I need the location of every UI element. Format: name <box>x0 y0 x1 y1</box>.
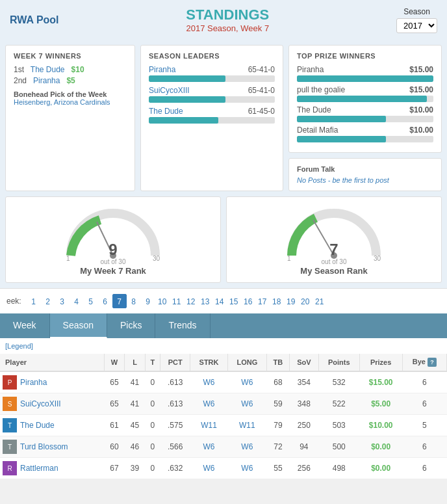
points-cell: 522 <box>318 393 359 415</box>
standings-table: PlayerWLTPCTSTRKLONGTBSoVPointsPrizesBye… <box>0 354 447 479</box>
bonehead-player[interactable]: Heisenberg, Arizona Cardinals <box>14 98 127 106</box>
tb-cell: 68 <box>266 371 289 393</box>
tab-picks[interactable]: Picks <box>107 313 155 338</box>
week-button-17[interactable]: 17 <box>255 294 270 308</box>
week-button-4[interactable]: 4 <box>70 294 84 308</box>
prizes-cell: $0.00 <box>359 436 402 458</box>
season-leaders-title: SEASON LEADERS <box>149 52 275 60</box>
player-avatar: T <box>3 440 17 454</box>
week-button-11[interactable]: 11 <box>170 294 184 308</box>
player-avatar: S <box>3 397 17 411</box>
streak-cell: W6 <box>190 393 227 415</box>
table-row: R Rattlerman 67390.632W6W655256498$0.006 <box>0 458 447 479</box>
week-button-15[interactable]: 15 <box>227 294 241 308</box>
gauges-row: 9 out of 30 1 30 My Week 7 Rank 7 o <box>5 196 442 283</box>
player-name[interactable]: Rattlerman <box>20 464 58 473</box>
week-button-10[interactable]: 10 <box>155 294 170 308</box>
tab-week[interactable]: Week <box>0 313 50 338</box>
player-name[interactable]: SuiCycoXIII <box>20 399 61 408</box>
leader-name[interactable]: Piranha <box>149 65 175 74</box>
ties-cell: 0 <box>145 436 160 458</box>
prize-row: pull the goalie $15.00 <box>297 85 433 102</box>
week-button-7[interactable]: 7 <box>112 294 127 308</box>
losses-cell: 39 <box>125 458 146 479</box>
second-place-name[interactable]: Piranha <box>33 76 60 85</box>
week-button-18[interactable]: 18 <box>270 294 284 308</box>
tb-cell: 55 <box>266 458 289 479</box>
prize-name[interactable]: Piranha <box>297 65 324 74</box>
week-button-21[interactable]: 21 <box>313 294 327 308</box>
ties-cell: 0 <box>145 371 160 393</box>
season-dropdown[interactable]: 2017 2016 2015 <box>396 18 437 33</box>
points-cell: 503 <box>318 415 359 436</box>
week-button-1[interactable]: 1 <box>27 294 41 308</box>
week-button-8[interactable]: 8 <box>127 294 141 308</box>
player-name[interactable]: Piranha <box>20 378 47 387</box>
pct-cell: .632 <box>160 458 190 479</box>
week-button-14[interactable]: 14 <box>212 294 227 308</box>
week-button-20[interactable]: 20 <box>298 294 313 308</box>
player-name[interactable]: Turd Blossom <box>20 442 68 451</box>
forum-content[interactable]: No Posts - be the first to post <box>297 176 433 184</box>
week-button-16[interactable]: 16 <box>241 294 255 308</box>
player-cell: R Rattlerman <box>0 458 104 479</box>
bye-cell: 6 <box>402 393 446 415</box>
svg-text:T: T <box>8 444 12 451</box>
col-header-bye: Bye ? <box>402 354 446 371</box>
week-button-6[interactable]: 6 <box>98 294 112 308</box>
tab-trends[interactable]: Trends <box>155 313 210 338</box>
standings-title: STANDINGS 2017 Season, Week 7 <box>186 7 269 33</box>
player-name[interactable]: The Dude <box>20 421 55 430</box>
prize-name[interactable]: Detail Mafia <box>297 126 338 135</box>
prize-name[interactable]: The Dude <box>297 105 331 114</box>
season-leader-row: The Dude 61-45-0 <box>149 107 275 124</box>
sov-cell: 94 <box>289 436 318 458</box>
first-place-amount: $10 <box>71 65 84 74</box>
week-gauge-out-of: out of 30 <box>101 258 126 265</box>
week-button-5[interactable]: 5 <box>84 294 98 308</box>
tab-season[interactable]: Season <box>50 313 107 338</box>
prize-name[interactable]: pull the goalie <box>297 85 345 94</box>
week-button-12[interactable]: 12 <box>184 294 198 308</box>
leader-name[interactable]: SuiCycoXIII <box>149 86 190 95</box>
tb-cell: 59 <box>266 393 289 415</box>
first-place-row: 1st The Dude $10 <box>14 65 127 74</box>
week-button-13[interactable]: 13 <box>198 294 212 308</box>
week-button-2[interactable]: 2 <box>41 294 55 308</box>
header: RWA Pool STANDINGS 2017 Season, Week 7 S… <box>0 0 447 40</box>
player-avatar: T <box>3 418 17 432</box>
streak-cell: W11 <box>190 415 227 436</box>
bye-cell: 5 <box>402 415 446 436</box>
week-button-9[interactable]: 9 <box>141 294 155 308</box>
season-leader-row: SuiCycoXIII 65-41-0 <box>149 86 275 103</box>
player-avatar: P <box>3 375 17 390</box>
svg-text:R: R <box>7 465 12 472</box>
week-winners-title: WEEK 7 WINNERS <box>14 52 127 60</box>
table-head: PlayerWLTPCTSTRKLONGTBSoVPointsPrizesBye… <box>0 354 447 371</box>
week-gauge-min: 1 <box>66 255 70 262</box>
week-gauge-max: 30 <box>153 255 160 262</box>
tabs-row: WeekSeasonPicksTrends <box>0 313 447 338</box>
player-avatar: R <box>3 461 17 475</box>
first-place-name[interactable]: The Dude <box>31 65 65 74</box>
prize-amount: $15.00 <box>409 65 433 74</box>
season-gauge-out-of: out of 30 <box>322 258 347 265</box>
pct-cell: .613 <box>160 371 190 393</box>
ties-cell: 0 <box>145 415 160 436</box>
season-leaders-card: SEASON LEADERS Piranha 65-41-0 SuiCycoXI… <box>140 45 283 191</box>
right-cards: TOP PRIZE WINNERS Piranha $15.00 pull th… <box>288 45 442 191</box>
week-button-3[interactable]: 3 <box>55 294 70 308</box>
week-button-19[interactable]: 19 <box>284 294 298 308</box>
wins-cell: 67 <box>104 458 125 479</box>
losses-cell: 41 <box>125 393 146 415</box>
player-cell: T Turd Blossom <box>0 436 104 458</box>
streak-cell: W6 <box>190 436 227 458</box>
leader-name[interactable]: The Dude <box>149 107 183 116</box>
long-streak-cell: W6 <box>227 458 266 479</box>
col-header-prizes: Prizes <box>359 354 402 371</box>
bye-help-icon[interactable]: ? <box>428 358 437 367</box>
season-rank-gauge: 7 out of 30 1 30 My Season Rank <box>226 196 442 283</box>
legend-link[interactable]: [Legend] <box>0 338 38 354</box>
leader-record: 65-41-0 <box>248 86 275 95</box>
season-label: Season <box>403 7 430 16</box>
